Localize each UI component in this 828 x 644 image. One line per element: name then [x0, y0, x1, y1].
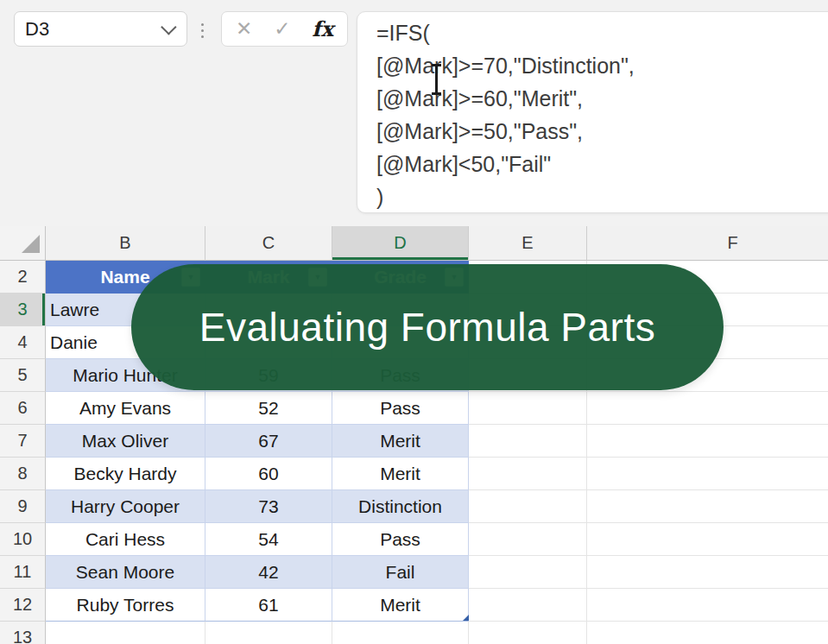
cell-B8[interactable]: Becky Hardy — [46, 458, 205, 490]
row-header-11[interactable]: 11 — [0, 556, 46, 589]
cell-C8[interactable]: 60 — [205, 458, 332, 490]
enter-icon[interactable]: ✓ — [274, 19, 290, 39]
row-header-2[interactable]: 2 — [0, 261, 46, 294]
name-box-value: D3 — [25, 18, 165, 41]
cell-C12[interactable]: 61 — [205, 589, 332, 622]
cell-E9[interactable] — [469, 490, 587, 523]
cell-E10[interactable] — [469, 523, 587, 556]
more-options-dots[interactable] — [201, 23, 204, 38]
cell-D11[interactable]: Fail — [332, 556, 469, 589]
cell-E12[interactable] — [469, 589, 587, 622]
text-cursor-ibeam — [430, 64, 443, 95]
cell-D13[interactable] — [332, 622, 469, 644]
column-header-E[interactable]: E — [469, 226, 587, 261]
select-all-triangle-icon — [22, 235, 40, 253]
cell-C7[interactable]: 67 — [205, 425, 332, 458]
formula-bar[interactable]: =IFS( [@Mark]>=70,"Distinction", [@Mark]… — [357, 11, 828, 213]
column-header-D[interactable]: D — [332, 226, 469, 261]
row-header-7[interactable]: 7 — [0, 425, 46, 458]
cell-E6[interactable] — [469, 392, 587, 425]
cell-E13[interactable] — [469, 622, 587, 644]
row-header-12[interactable]: 12 — [0, 589, 46, 622]
row-header-8[interactable]: 8 — [0, 458, 46, 490]
cell-D6[interactable]: Pass — [332, 392, 469, 425]
row-header-13[interactable]: 13 — [0, 622, 46, 644]
name-box[interactable]: D3 — [14, 11, 187, 47]
cell-F9[interactable] — [587, 490, 828, 523]
cell-C13[interactable] — [205, 622, 332, 644]
cell-D12[interactable]: Merit — [332, 589, 469, 622]
column-header-B[interactable]: B — [46, 226, 205, 261]
cell-D8[interactable]: Merit — [332, 458, 469, 490]
dot — [201, 35, 204, 38]
row-header-4[interactable]: 4 — [0, 326, 46, 359]
row-header-10[interactable]: 10 — [0, 523, 46, 556]
cell-B11[interactable]: Sean Moore — [46, 556, 205, 589]
cell-F12[interactable] — [587, 589, 828, 622]
cell-E8[interactable] — [469, 458, 587, 490]
cell-B12[interactable]: Ruby Torres — [46, 589, 205, 622]
cell-C9[interactable]: 73 — [205, 490, 332, 523]
title-banner: Evaluating Formula Parts — [131, 264, 724, 390]
cell-F8[interactable] — [587, 458, 828, 490]
formula-buttons-group: ✕ ✓ fx — [221, 11, 348, 47]
column-header-F[interactable]: F — [587, 226, 828, 261]
column-header-C[interactable]: C — [205, 226, 332, 261]
cell-F6[interactable] — [587, 392, 828, 425]
row-header-6[interactable]: 6 — [0, 392, 46, 425]
formula-text[interactable]: =IFS( [@Mark]>=70,"Distinction", [@Mark]… — [376, 16, 635, 213]
insert-function-icon[interactable]: fx — [312, 16, 333, 41]
cell-B10[interactable]: Cari Hess — [46, 523, 205, 556]
cell-F7[interactable] — [587, 425, 828, 458]
cell-B13[interactable] — [46, 622, 205, 644]
cell-B6[interactable]: Amy Evans — [46, 392, 205, 425]
cell-F11[interactable] — [587, 556, 828, 589]
row-header-5[interactable]: 5 — [0, 359, 46, 392]
selected-column-accent — [332, 257, 468, 260]
cancel-icon[interactable]: ✕ — [236, 19, 252, 39]
cell-B9[interactable]: Harry Cooper — [46, 490, 205, 523]
cell-E7[interactable] — [469, 425, 587, 458]
selected-row-accent — [42, 294, 45, 325]
cell-D7[interactable]: Merit — [332, 425, 469, 458]
dot — [201, 29, 204, 32]
row-header-9[interactable]: 9 — [0, 490, 46, 523]
cell-B7[interactable]: Max Oliver — [46, 425, 205, 458]
cell-F13[interactable] — [587, 622, 828, 644]
dot — [201, 23, 204, 26]
cell-C6[interactable]: 52 — [205, 392, 332, 425]
row-header-3[interactable]: 3 — [0, 294, 46, 326]
table-resize-handle[interactable] — [463, 615, 469, 621]
cell-D9[interactable]: Distinction — [332, 490, 469, 523]
cell-E11[interactable] — [469, 556, 587, 589]
select-all-button[interactable] — [0, 226, 46, 261]
cell-F10[interactable] — [587, 523, 828, 556]
cell-C11[interactable]: 42 — [205, 556, 332, 589]
cell-D10[interactable]: Pass — [332, 523, 469, 556]
cell-C10[interactable]: 54 — [205, 523, 332, 556]
banner-label: Evaluating Formula Parts — [199, 304, 655, 350]
